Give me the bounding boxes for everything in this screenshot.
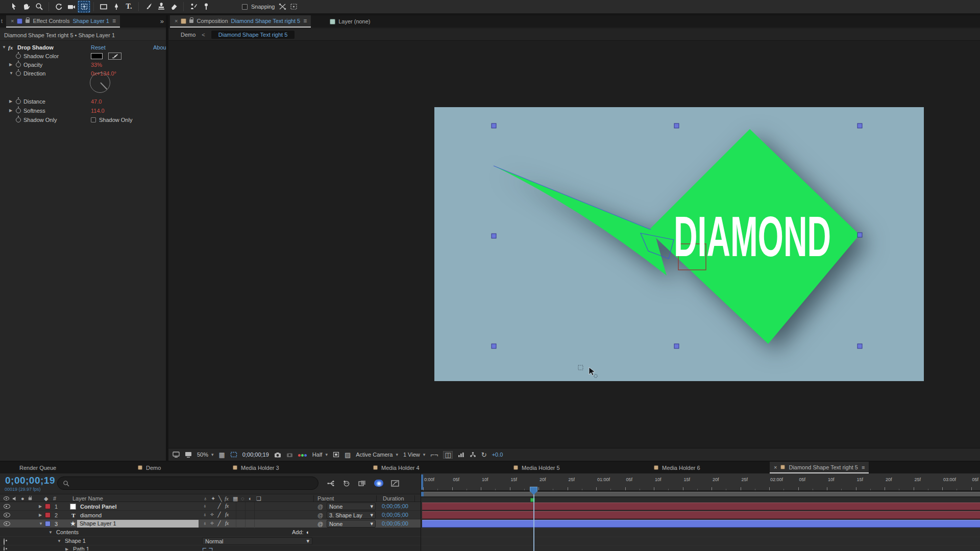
blend-mode-dropdown[interactable]: Normal▾ [202,537,312,545]
stopwatch-icon[interactable] [16,108,21,113]
layer-bar-control-panel[interactable] [422,503,980,510]
quality-switch[interactable]: ╱ [216,503,223,509]
duration-column[interactable]: Duration [383,495,404,502]
collapse-triangle-icon[interactable]: ▼ [39,519,43,528]
quality-switch[interactable]: ╱ [216,512,223,517]
hand-tool[interactable] [20,1,33,13]
roto-brush-tool[interactable] [187,1,200,13]
panel-menu-icon[interactable]: ≡ [303,17,306,24]
effect-drop-shadow-row[interactable]: ▼ fx Drop Shadow Reset Abou [0,43,166,52]
stopwatch-icon[interactable] [16,62,21,67]
shy-switch[interactable]: ♁ [202,503,208,509]
exposure-value[interactable]: +0.0 [492,452,503,458]
reset-effect-link[interactable]: Reset [91,44,106,51]
pick-whip-icon[interactable]: @ [317,511,323,519]
about-effect-link[interactable]: Abou [153,44,166,51]
distance-value[interactable]: 47.0 [91,98,102,105]
viewer-timecode[interactable]: 0;00;00;19 [242,452,269,458]
composition-canvas[interactable]: DIAMOND [434,107,924,381]
layer-duration[interactable]: 0;00;05;00 [382,511,408,519]
stopwatch-icon[interactable] [16,71,21,76]
pixel-aspect-correction-icon[interactable]: ◫ [443,451,452,459]
stopwatch-icon[interactable] [16,54,21,59]
rectangle-tool[interactable] [97,1,110,13]
type-tool[interactable]: T. [122,1,135,13]
eye-icon[interactable] [4,547,5,551]
tab-diamond-shape-text-right-5[interactable]: × Diamond Shape Text right 5 ≡ [770,462,869,473]
quality-switch[interactable]: ╱ [216,520,223,526]
tab-media-holder-6[interactable]: Media Holder 6 [650,462,704,473]
timeline-search-input[interactable] [57,477,318,490]
region-of-interest-icon[interactable] [230,452,237,458]
contents-row[interactable]: ▼ Contents Add: ◐ [0,528,421,537]
pick-whip-icon[interactable]: @ [317,502,323,511]
reset-exposure-icon[interactable]: ↻ [481,452,487,458]
fx-switch[interactable]: fx [224,512,230,517]
grid-guides-icon[interactable]: ▦ [219,452,225,458]
parent-dropdown[interactable]: None▾ [327,503,376,510]
rotation-tool[interactable] [52,1,65,13]
expand-triangle-icon[interactable]: ▶ [65,547,68,551]
puppet-pin-tool[interactable] [200,1,212,13]
close-tab-icon[interactable]: × [175,18,178,24]
softness-value[interactable]: 114.0 [91,108,105,114]
layer-name-selected[interactable]: Shape Layer 1 [77,519,199,528]
label-color-chip[interactable] [45,502,51,511]
add-label[interactable]: Add: [292,529,304,535]
view-layout-dropdown[interactable]: 1 View▾ [403,452,425,458]
label-color-chip[interactable] [45,511,51,519]
stopwatch-icon[interactable] [16,99,21,104]
shy-switch[interactable]: ♁ [202,512,208,517]
transparency-grid-icon[interactable]: ▨ [345,452,351,458]
expand-triangle-icon[interactable]: ▼ [2,45,7,49]
resolution-dropdown[interactable]: Half▾ [312,452,328,458]
graph-editor-icon[interactable] [391,480,399,487]
parent-dropdown[interactable]: None▾ [327,520,376,528]
camera-view-dropdown[interactable]: Active Camera▾ [356,452,398,458]
layer-row-shape-layer-1[interactable]: ▼ 3 ★ Shape Layer 1 ♁ ✧ ╱ fx @ None▾ 0;0… [0,519,421,528]
current-timecode[interactable]: 0;00;00;19 [5,475,55,486]
layer-bar-diamond[interactable] [422,511,980,519]
tab-media-holder-5[interactable]: Media Holder 5 [509,462,564,473]
frame-blending-icon[interactable] [358,480,366,487]
motion-blur-icon[interactable]: ◉ [374,480,383,487]
layer-bar-shape-layer-1[interactable] [422,520,980,528]
shy-switch[interactable]: ♁ [202,520,208,526]
layer-duration[interactable]: 0;00;05;00 [382,502,408,511]
snapshot-camera-icon[interactable] [274,452,281,458]
eye-icon[interactable] [4,511,10,519]
eye-icon[interactable] [4,502,10,511]
mini-flowchart-icon[interactable] [327,480,335,487]
parent-column[interactable]: Parent [317,495,334,502]
brush-tool[interactable] [142,1,155,13]
fx-switch[interactable]: fx [224,503,230,509]
snap-to-features-icon[interactable] [279,3,286,10]
rotobezier-icons[interactable]: ⊏ ⊐ [202,546,213,551]
shadow-color-swatch[interactable] [91,53,103,59]
tab-demo[interactable]: Demo [134,462,165,473]
shadow-only-checkbox[interactable] [91,117,96,122]
layer-row-control-panel[interactable]: ▶ 1 Control Panel ♁ ╱ fx @ None▾ 0;00;05… [0,502,421,511]
close-tab-icon[interactable]: × [11,18,14,24]
collapse-triangle-icon[interactable]: ▼ [57,539,61,543]
eye-icon[interactable] [4,519,10,528]
layer-duration[interactable]: 0;00;05;00 [382,519,408,528]
target-region-icon[interactable] [333,452,339,458]
shy-layers-icon[interactable] [342,480,351,487]
snapping-checkbox[interactable] [242,4,248,10]
expand-triangle-icon[interactable]: ▶ [9,108,14,113]
snap-options-icon[interactable] [290,3,298,10]
always-preview-icon[interactable] [173,452,180,458]
expand-triangle-icon[interactable]: ▶ [9,62,14,67]
selection-tool[interactable] [7,1,20,13]
playhead-line[interactable] [533,487,534,551]
tab-effect-controls[interactable]: × Effect Controls Shape Layer 1 ≡ [6,15,120,28]
diamond-title-text[interactable]: DIAMOND [674,205,831,268]
tab-media-holder-3[interactable]: Media Holder 3 [229,462,283,473]
label-color-chip[interactable] [45,519,51,528]
collapse-switch[interactable]: ✧ [209,520,215,526]
fast-previews-icon[interactable] [458,452,464,458]
timeline-flowchart-icon[interactable] [470,452,476,458]
direction-dial[interactable] [90,72,110,93]
panel-menu-icon[interactable]: ≡ [112,17,115,24]
